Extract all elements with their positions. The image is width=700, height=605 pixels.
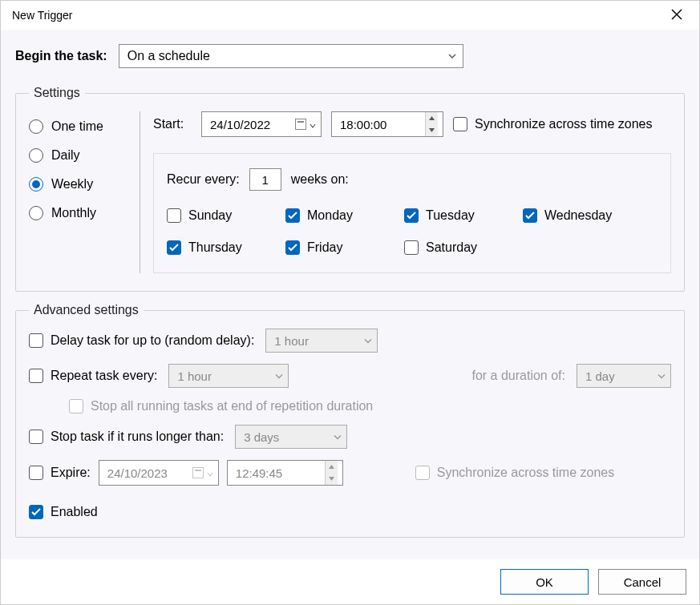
repeat-duration-combo[interactable]: 1 day [577, 364, 671, 388]
frequency-radios: One time Daily Weekly Monthly [29, 111, 140, 273]
vertical-divider [140, 111, 140, 273]
delay-checkbox[interactable]: Delay task for up to (random delay): [29, 333, 254, 348]
window-title: New Trigger [12, 9, 661, 22]
start-label: Start: [153, 117, 192, 131]
repeat-checkbox[interactable]: Repeat task every: [29, 369, 157, 383]
begin-task-label: Begin the task: [15, 49, 107, 63]
day-friday[interactable]: Friday [285, 240, 380, 255]
day-sunday[interactable]: Sunday [167, 208, 261, 223]
stop-if-combo[interactable]: 3 days [235, 425, 347, 449]
advanced-fieldset: Advanced settings Delay task for up to (… [15, 303, 685, 538]
spinner-up-icon[interactable] [326, 461, 338, 473]
chevron-down-icon [334, 430, 342, 444]
day-monday[interactable]: Monday [285, 208, 380, 223]
recur-panel: Recur every: weeks on: Sunday Monday Tue… [153, 153, 671, 273]
svg-marker-4 [329, 465, 334, 469]
stop-if-checkbox[interactable]: Stop task if it runs longer than: [29, 430, 224, 444]
spinner-down-icon[interactable] [426, 124, 438, 136]
chevron-down-icon [310, 118, 316, 131]
chevron-down-icon [364, 334, 372, 348]
radio-weekly[interactable]: Weekly [29, 177, 140, 192]
svg-marker-3 [429, 128, 435, 132]
dialog-window: New Trigger Begin the task: On a schedul… [0, 0, 700, 605]
sync-tz-checkbox[interactable]: Synchronize across time zones [453, 117, 652, 131]
title-bar: New Trigger [1, 1, 699, 30]
svg-marker-2 [429, 116, 435, 120]
expire-date-input[interactable]: 24/10/2023 [99, 460, 219, 486]
close-icon [671, 9, 682, 22]
weekday-checkboxes: Sunday Monday Tuesday Wednesday Thursday… [167, 208, 658, 255]
settings-legend: Settings [29, 86, 85, 100]
day-thursday[interactable]: Thursday [167, 240, 261, 255]
svg-marker-5 [329, 477, 334, 481]
chevron-down-icon [448, 49, 456, 63]
day-wednesday[interactable]: Wednesday [523, 208, 617, 223]
cancel-button[interactable]: Cancel [598, 569, 686, 595]
stop-repeat-checkbox: Stop all running tasks at end of repetit… [69, 399, 373, 413]
radio-monthly[interactable]: Monthly [29, 206, 140, 220]
chevron-down-icon [207, 466, 213, 480]
delay-combo[interactable]: 1 hour [265, 329, 378, 353]
settings-fieldset: Settings One time Daily Weekly Monthly S… [15, 86, 685, 292]
expire-sync-tz-checkbox: Synchronize across time zones [415, 466, 614, 480]
recur-every-input[interactable] [249, 168, 281, 191]
recur-every-label: Recur every: [167, 172, 240, 187]
chevron-down-icon [658, 369, 666, 383]
start-time-input[interactable]: 18:00:00 [331, 111, 443, 137]
advanced-legend: Advanced settings [29, 303, 144, 317]
dialog-footer: OK Cancel [1, 559, 699, 604]
duration-label: for a duration of: [471, 369, 565, 383]
close-button[interactable] [661, 3, 693, 27]
expire-time-input[interactable]: 12:49:45 [227, 460, 343, 486]
day-saturday[interactable]: Saturday [404, 240, 499, 255]
begin-task-row: Begin the task: On a schedule [15, 44, 685, 68]
dialog-content: Begin the task: On a schedule Settings O… [1, 30, 699, 559]
begin-task-select[interactable]: On a schedule [119, 44, 463, 68]
expire-checkbox[interactable]: Expire: [29, 466, 91, 480]
ok-button[interactable]: OK [500, 569, 589, 595]
begin-task-value: On a schedule [127, 49, 210, 63]
start-row: Start: 24/10/2022 18:00:00 [153, 111, 671, 137]
time-spinner[interactable] [325, 461, 338, 485]
weeks-on-label: weeks on: [291, 172, 349, 187]
radio-daily[interactable]: Daily [29, 148, 140, 163]
enabled-checkbox[interactable]: Enabled [29, 505, 98, 519]
day-tuesday[interactable]: Tuesday [404, 208, 499, 223]
calendar-icon [295, 119, 306, 130]
time-spinner[interactable] [425, 112, 438, 136]
spinner-down-icon[interactable] [326, 473, 338, 485]
repeat-every-combo[interactable]: 1 hour [168, 364, 289, 388]
calendar-icon [192, 467, 204, 478]
start-date-input[interactable]: 24/10/2022 [201, 111, 322, 137]
radio-one-time[interactable]: One time [29, 119, 140, 134]
chevron-down-icon [275, 369, 283, 383]
spinner-up-icon[interactable] [426, 112, 438, 124]
